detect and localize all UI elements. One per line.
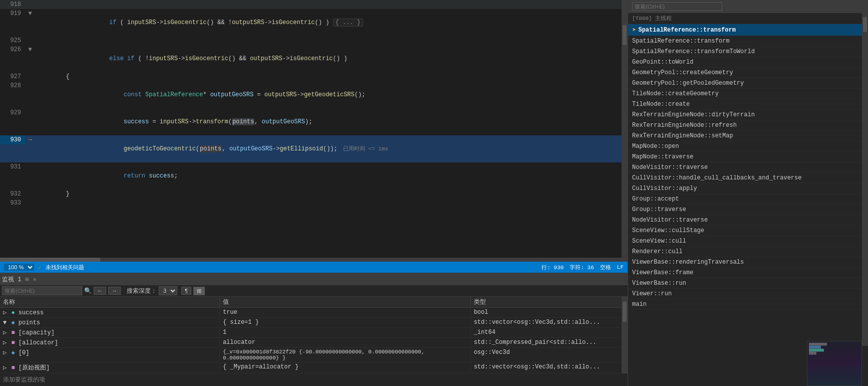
mini-preview: ▓▓▓▓▓▓▓▓▓▓▓▓ ▓▓▓▓▓▓▓▓ ▓▓▓▓▓▓▓▓▓▓ ▓▓▓▓▓ (807, 341, 862, 386)
editor-hscrollbar[interactable] (0, 258, 622, 262)
watch-refresh-button[interactable]: ⊞ (193, 287, 205, 295)
right-panel-header (628, 0, 868, 13)
watch-search-input[interactable] (2, 286, 82, 295)
result-item-3[interactable]: SpatialReference::transformToWorld (628, 47, 868, 57)
watch-row-capacity[interactable]: ▷ ■ [capacity] 1 _int64 (0, 328, 628, 338)
expand-icon-allocator[interactable]: ▷ (3, 339, 7, 346)
close-watch-button[interactable]: ✕ (33, 276, 37, 283)
result-item-26[interactable]: Viewer::run (628, 289, 868, 299)
result-item-group-accept[interactable]: Group::accept (628, 194, 868, 205)
result-item-9[interactable]: RexTerrainEngineNode::dirtyTerrain (628, 110, 868, 120)
depth-label: 搜索深度： (127, 287, 157, 295)
icon-allocator: ■ (11, 339, 15, 346)
result-item-5[interactable]: GeometryPool::createGeometry (628, 68, 868, 78)
watch-name-allocator: [allocator] (19, 339, 58, 346)
watch-value-capacity: 1 (223, 329, 226, 336)
watch-type-rawview: std::vector<osg::Vec3d,std::allo... (474, 363, 600, 370)
code-editor[interactable]: 918 919 ▼ if ( inputSRS->isGeocentric() … (0, 0, 628, 262)
right-scroll-thumb[interactable] (863, 17, 867, 32)
navigate-forward-button[interactable]: → (108, 287, 121, 295)
code-line-918: 918 (0, 0, 628, 9)
watch-scrollbar[interactable] (622, 297, 628, 373)
result-item-2[interactable]: SpatialReference::transform (628, 36, 868, 47)
code-scroll[interactable]: 918 919 ▼ if ( inputSRS->isGeocentric() … (0, 0, 628, 262)
result-label-active: SpatialReference::transform (638, 27, 735, 34)
result-item-main[interactable]: main (628, 299, 868, 310)
main-area: 918 919 ▼ if ( inputSRS->isGeocentric() … (0, 0, 868, 386)
watch-row-0[interactable]: ▷ ◆ [0] {_v=0x000001d8f3822f20 {-90.0000… (0, 348, 628, 362)
result-item-13[interactable]: MapNode::traverse (628, 152, 868, 162)
right-search-input[interactable] (632, 2, 722, 11)
result-item-14[interactable]: NodeVisitor::traverse (628, 162, 868, 173)
result-item-11[interactable]: RexTerrainEngineNode::setMap (628, 131, 868, 141)
right-panel: [T800] 主线程 ➤ SpatialReference::transform… (628, 0, 868, 386)
code-line-933: 933 (0, 199, 628, 208)
editor-scrollbar[interactable] (622, 0, 628, 262)
result-item-12[interactable]: MapNode::open (628, 141, 868, 152)
watch-name-points: points (19, 319, 40, 326)
result-item-25[interactable]: ViewerBase::run (628, 278, 868, 289)
results-list[interactable]: [T800] 主线程 ➤ SpatialReference::transform… (628, 13, 868, 386)
result-item-23[interactable]: ViewerBase::renderingTraversals (628, 257, 868, 268)
watch-value-success: true (223, 309, 237, 316)
col-header-type: 类型 (470, 297, 627, 308)
code-line-925: 925 (0, 36, 628, 45)
expand-icon-capacity[interactable]: ▷ (3, 329, 7, 336)
result-item-15[interactable]: CullVisitor::handle_cull_callbacks_and_t… (628, 173, 868, 183)
watch-scroll-thumb[interactable] (623, 302, 627, 322)
editor-hscroll-thumb[interactable] (0, 258, 100, 262)
expand-icon-0[interactable]: ▷ (3, 349, 7, 356)
code-line-928: 928 const SpatialReference* outputGeoSRS… (0, 81, 628, 108)
watch-table-container: 名称 值 类型 ▷ ● success (0, 297, 628, 373)
depth-select[interactable]: 3 1 2 4 5 (159, 286, 177, 295)
result-item-22[interactable]: Renderer::cull (628, 247, 868, 257)
icon-0: ◆ (11, 349, 15, 356)
editor-area: 918 919 ▼ if ( inputSRS->isGeocentric() … (0, 0, 628, 386)
code-line-929: 929 success = inputSRS->transform(points… (0, 108, 628, 135)
watch-toolbar: 🔍 ← → 搜索深度： 3 1 2 4 5 ¶ ⊞ (0, 285, 628, 297)
watch-row-points[interactable]: ▼ ◆ points { size=1 } std::vector<osg::V… (0, 318, 628, 328)
watch-type-capacity: _int64 (474, 329, 495, 336)
result-item-group-traverse[interactable]: Group::traverse (628, 205, 868, 215)
watch-format-button[interactable]: ¶ (181, 287, 191, 295)
result-item-20[interactable]: SceneView::cullStage (628, 226, 868, 236)
zoom-selector[interactable]: 100 % 75 % 125 % 150 % (4, 264, 34, 271)
result-item-24[interactable]: ViewerBase::frame (628, 268, 868, 278)
watch-row-allocator[interactable]: ▷ ■ [allocator] allocator std::_Compress… (0, 338, 628, 348)
mini-preview-content: ▓▓▓▓▓▓▓▓▓▓▓▓ ▓▓▓▓▓▓▓▓ ▓▓▓▓▓▓▓▓▓▓ ▓▓▓▓▓ (807, 341, 861, 385)
status-text: 未找到相关问题 (46, 264, 84, 271)
watch-name-capacity: [capacity] (19, 329, 55, 336)
expand-icon-points[interactable]: ▼ (3, 319, 7, 326)
result-item-active[interactable]: ➤ SpatialReference::transform (628, 24, 868, 36)
watch-table: 名称 值 类型 ▷ ● success (0, 297, 628, 373)
navigate-back-button[interactable]: ← (94, 287, 106, 295)
add-watch-item[interactable]: 添加要监视的项 (0, 373, 628, 386)
result-item-10[interactable]: RexTerrainEngineNode::refresh (628, 120, 868, 131)
watch-row-success[interactable]: ▷ ● success true bool (0, 308, 628, 318)
editor-scroll-thumb[interactable] (623, 25, 627, 45)
col-header-value: 值 (219, 297, 470, 308)
watch-type-0: osg::Vec3d (474, 349, 510, 356)
result-item-7[interactable]: TileNode::createGeometry (628, 89, 868, 99)
cursor-col: 字符: 36 (569, 264, 594, 271)
watch-title: 监视 1 (2, 275, 21, 284)
cursor-row: 行: 930 (541, 264, 563, 271)
result-item-21[interactable]: SceneView::cull (628, 236, 868, 247)
expand-icon-success[interactable]: ▷ (3, 309, 7, 316)
search-icon: 🔍 (84, 287, 92, 295)
result-item-16[interactable]: CullVisitor::apply (628, 183, 868, 194)
watch-row-rawview[interactable]: ▷ ■ [原始视图] { _Mypair=allocator } std::ve… (0, 362, 628, 373)
watch-type-success: bool (474, 309, 488, 316)
result-item-4[interactable]: GeoPoint::toWorld (628, 57, 868, 68)
result-item-8[interactable]: TileNode::create (628, 99, 868, 110)
right-scrollbar[interactable] (862, 12, 868, 346)
watch-name-success: success (19, 309, 44, 316)
watch-name-rawview: [原始视图] (19, 364, 50, 371)
expand-icon-rawview[interactable]: ▷ (3, 364, 7, 371)
result-item-19[interactable]: NodeVisitor::traverse (628, 215, 868, 226)
watch-name-0: [0] (19, 349, 30, 356)
result-item-6[interactable]: GeometryPool::getPooledGeometry (628, 78, 868, 89)
encoding-indicator: LF (617, 264, 624, 270)
result-item-t800[interactable]: [T800] 主线程 (628, 13, 868, 24)
space-indicator: 空格 (600, 264, 611, 271)
